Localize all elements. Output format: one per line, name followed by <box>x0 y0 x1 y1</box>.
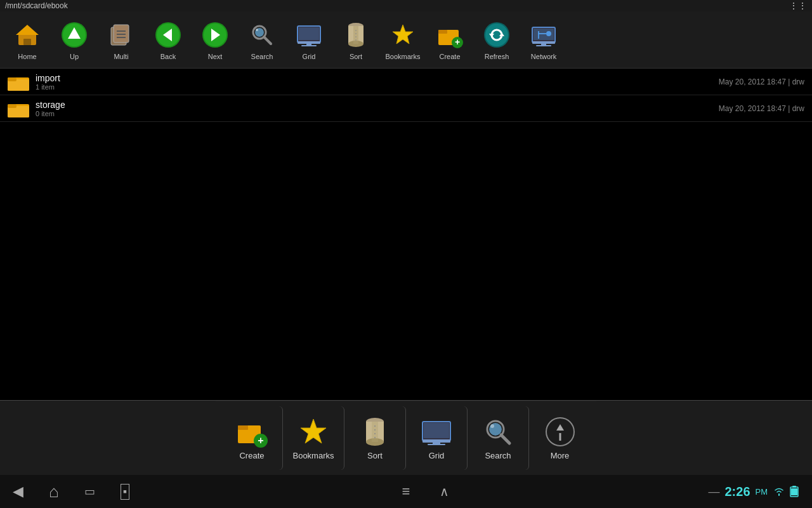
nav-bar-left: ◀ ⌂ ▭ ▪ <box>13 482 129 502</box>
network-icon <box>528 20 559 50</box>
svg-rect-54 <box>8 77 16 81</box>
svg-rect-46 <box>532 41 555 44</box>
file-row-import[interactable]: import 1 item May 20, 2012 18:47 | drw <box>0 69 812 95</box>
nav-recents-icon[interactable]: ▭ <box>84 485 95 498</box>
toolbar-next-label: Next <box>208 53 223 60</box>
top-toolbar: Home Up Multi <box>0 11 812 69</box>
file-name-storage: storage <box>36 100 719 110</box>
next-icon <box>200 20 230 50</box>
toolbar-network-button[interactable]: Network <box>521 15 566 65</box>
search-icon <box>247 20 277 50</box>
svg-marker-62 <box>301 419 326 443</box>
svg-marker-1 <box>16 25 39 35</box>
toolbar-back-button[interactable]: Back <box>146 15 190 65</box>
grid-icon <box>294 20 324 50</box>
toolbar-back-label: Back <box>160 53 176 60</box>
up-icon <box>59 20 89 50</box>
multi-icon <box>106 20 136 50</box>
nav-home-icon[interactable]: ⌂ <box>49 482 59 502</box>
toolbar-up-label: Up <box>70 53 79 60</box>
svg-text:+: + <box>455 37 460 47</box>
folder-icon-import <box>8 73 28 91</box>
bottom-search-label: Search <box>485 451 511 460</box>
time-display: 2:26 <box>724 485 750 499</box>
folder-icon-storage <box>8 100 28 117</box>
bottom-sort-label: Sort <box>367 451 383 460</box>
toolbar-create-button[interactable]: + Create <box>428 15 472 65</box>
toolbar-search-button[interactable]: Search <box>240 15 284 65</box>
svg-rect-59 <box>238 425 248 430</box>
toolbar-up-button[interactable]: Up <box>52 15 96 65</box>
bottom-create-label: Create <box>239 451 264 460</box>
bottom-grid-button[interactable]: Grid <box>406 406 468 470</box>
toolbar-sort-label: Sort <box>350 53 362 60</box>
battery-icon <box>789 485 799 498</box>
svg-rect-48 <box>536 45 551 46</box>
toolbar-bookmarks-button[interactable]: Bookmarks <box>381 15 425 65</box>
status-icons <box>773 485 799 498</box>
bottom-toolbar: + Create Bookmarks Sort <box>0 400 812 475</box>
svg-point-49 <box>546 31 551 36</box>
file-row-storage[interactable]: storage 0 item May 20, 2012 18:47 | drw <box>0 95 812 122</box>
bottom-grid-icon <box>420 415 453 448</box>
bottom-bookmarks-label: Bookmarks <box>292 451 334 460</box>
toolbar-search-label: Search <box>251 53 273 60</box>
svg-rect-2 <box>23 39 31 45</box>
toolbar-home-button[interactable]: Home <box>5 15 49 65</box>
refresh-icon <box>481 20 512 50</box>
svg-point-78 <box>546 418 574 446</box>
bottom-more-button[interactable]: More <box>529 406 591 470</box>
svg-rect-83 <box>791 488 797 495</box>
toolbar-create-label: Create <box>439 53 460 60</box>
toolbar-grid-button[interactable]: Grid <box>287 15 331 65</box>
file-list: import 1 item May 20, 2012 18:47 | drw s… <box>0 69 812 400</box>
svg-rect-32 <box>353 26 358 44</box>
svg-point-40 <box>485 23 508 46</box>
back-icon <box>153 20 183 50</box>
toolbar-multi-button[interactable]: Multi <box>99 15 143 65</box>
bottom-sort-button[interactable]: Sort <box>344 406 406 470</box>
toolbar-multi-label: Multi <box>114 53 128 60</box>
svg-line-76 <box>501 435 509 443</box>
create-icon: + <box>435 20 465 50</box>
svg-rect-57 <box>8 104 16 108</box>
svg-rect-25 <box>299 27 319 40</box>
sort-icon <box>341 20 371 50</box>
file-count-import: 1 item <box>36 83 719 91</box>
svg-point-77 <box>490 424 494 428</box>
bottom-create-icon: + <box>235 415 268 448</box>
bottom-more-icon <box>544 415 577 448</box>
nav-minus-icon[interactable]: — <box>708 485 719 498</box>
bottom-create-button[interactable]: + Create <box>221 406 283 470</box>
file-info-storage: storage 0 item <box>36 100 719 117</box>
bottom-more-label: More <box>551 451 570 460</box>
bottom-search-button[interactable]: Search <box>468 406 529 470</box>
bottom-bookmarks-icon <box>297 415 330 448</box>
bottom-search-icon <box>481 415 514 448</box>
toolbar-home-label: Home <box>18 53 36 60</box>
nav-bar: ◀ ⌂ ▭ ▪ ≡ ∧ — 2:26 PM <box>0 475 812 508</box>
svg-line-21 <box>264 37 271 44</box>
svg-rect-66 <box>372 422 378 442</box>
toolbar-refresh-label: Refresh <box>485 53 509 60</box>
svg-text:+: + <box>258 435 263 446</box>
toolbar-sort-button[interactable]: Sort <box>334 15 378 65</box>
svg-point-22 <box>256 29 258 31</box>
current-path: /mnt/sdcard/ebook <box>5 1 68 10</box>
toolbar-next-button[interactable]: Next <box>193 15 237 65</box>
toolbar-bookmarks-label: Bookmarks <box>385 53 420 60</box>
nav-back-icon[interactable]: ◀ <box>13 483 23 500</box>
title-menu-icon[interactable]: ⋮⋮ <box>789 1 807 11</box>
nav-screenshot-icon[interactable]: ▪ <box>121 484 129 500</box>
file-count-storage: 0 item <box>36 110 719 117</box>
nav-bar-right: — 2:26 PM <box>708 485 799 499</box>
file-info-import: import 1 item <box>36 73 719 91</box>
wifi-icon <box>773 485 785 498</box>
svg-rect-70 <box>424 423 449 438</box>
svg-rect-36 <box>438 30 447 34</box>
toolbar-refresh-button[interactable]: Refresh <box>475 15 519 65</box>
toolbar-grid-label: Grid <box>303 53 316 60</box>
nav-chevron-up-icon[interactable]: ∧ <box>440 485 449 498</box>
nav-menu-icon[interactable]: ≡ <box>402 483 410 499</box>
bottom-bookmarks-button[interactable]: Bookmarks <box>283 406 344 470</box>
